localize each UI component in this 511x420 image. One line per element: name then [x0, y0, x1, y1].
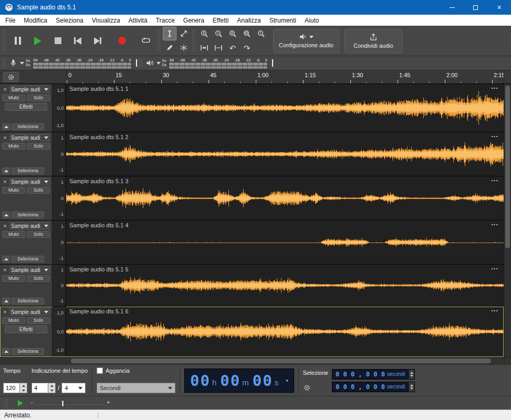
silence-audio-button[interactable] — [212, 41, 225, 55]
vertical-ruler[interactable]: 10-1 — [53, 265, 66, 306]
menu-genera[interactable]: Genera — [179, 15, 208, 26]
track-close-button[interactable]: × — [2, 223, 8, 229]
snap-unit-select[interactable]: Secondi — [97, 383, 175, 393]
mute-button[interactable]: Muto — [2, 187, 25, 194]
time-display[interactable]: 00h 00m 00s ▾ — [184, 369, 294, 393]
play-button[interactable] — [28, 31, 48, 51]
solo-button[interactable]: Solo — [27, 143, 50, 150]
horizontal-scrollbar-thumb[interactable] — [71, 359, 491, 363]
collapse-button[interactable] — [2, 298, 10, 304]
play-at-speed-button[interactable] — [14, 398, 27, 408]
solo-button[interactable]: Solo — [27, 275, 50, 282]
maximize-button[interactable] — [464, 0, 487, 15]
vertical-ruler[interactable]: 1,00,0-1,0 — [53, 84, 66, 132]
skip-to-start-button[interactable] — [68, 31, 88, 51]
collapse-button[interactable] — [2, 212, 10, 218]
toolbar-grabber[interactable] — [192, 30, 195, 52]
menu-strumenti[interactable]: Strumenti — [265, 15, 300, 26]
timesig-upper-spinner[interactable]: 4 — [32, 383, 56, 393]
redo-button[interactable]: ↷ — [240, 41, 254, 55]
waveform-canvas[interactable] — [66, 265, 504, 306]
toolbar-grabber[interactable] — [3, 59, 5, 67]
track-1[interactable]: ×Sample audiMutoSoloEffettiSeleziona1,00… — [0, 84, 504, 132]
caret-down-icon[interactable]: ▾ — [286, 378, 288, 383]
track-menu-button[interactable]: ... — [491, 176, 498, 183]
recording-meter[interactable]: SxDx -54-48-42-36-30-24-18-12-60 — [8, 57, 138, 69]
vertical-ruler[interactable]: 1,00,0-1,0 — [53, 307, 66, 356]
waveform-canvas[interactable] — [66, 220, 504, 264]
snap-checkbox[interactable] — [97, 368, 103, 374]
mute-button[interactable]: Muto — [2, 317, 25, 324]
share-audio-button[interactable]: Condividi audio — [345, 29, 402, 53]
menu-visualizza[interactable]: Visualizza — [88, 15, 124, 26]
minimize-button[interactable] — [440, 0, 464, 15]
zoom-in-button[interactable] — [197, 27, 211, 40]
track-close-button[interactable]: × — [2, 179, 8, 185]
slider-thumb[interactable] — [61, 400, 64, 407]
undo-button[interactable]: ↶ — [226, 41, 239, 55]
toolbar-grabber[interactable] — [3, 30, 5, 52]
waveform-area[interactable]: Sample audio dts 5.1 6... — [66, 307, 504, 356]
multi-tool-button[interactable] — [177, 41, 191, 55]
envelope-tool-button[interactable] — [177, 27, 191, 40]
toolbar-grabber[interactable] — [158, 30, 160, 52]
record-meter-body[interactable]: -54-48-42-36-30-24-18-12-60 — [32, 57, 132, 69]
track-close-button[interactable]: × — [2, 309, 8, 315]
selection-settings-gear-icon[interactable] — [303, 384, 311, 392]
collapse-button[interactable] — [2, 348, 10, 355]
waveform-area[interactable]: Sample audio dts 5.1 1... — [66, 84, 504, 132]
mute-button[interactable]: Muto — [2, 231, 25, 238]
track-menu-button[interactable]: ... — [491, 220, 498, 227]
track-name-button[interactable]: Sample audi — [9, 86, 50, 93]
track-5[interactable]: ×Sample audiMutoSoloSeleziona10-1Sample … — [0, 265, 504, 307]
timesig-lower-select[interactable]: 4 — [61, 383, 86, 393]
time-hours[interactable]: 00 — [190, 372, 211, 390]
zoom-toggle-button[interactable] — [254, 27, 268, 40]
menu-file[interactable]: File — [1, 15, 19, 26]
spinner-arrows[interactable] — [20, 383, 27, 393]
collapse-button[interactable] — [2, 167, 10, 174]
toolbar-grabber[interactable] — [139, 59, 142, 67]
track-close-button[interactable]: × — [2, 87, 8, 92]
track-menu-button[interactable]: ... — [491, 84, 498, 90]
playback-meter[interactable]: SxDx -54-48-42-36-30-24-18-12-60 — [144, 57, 274, 69]
timeline-ruler[interactable]: 01530451:001:151:301:452:002:15 — [67, 70, 504, 83]
waveform-canvas[interactable] — [66, 132, 504, 176]
select-button[interactable]: Seleziona — [12, 212, 44, 218]
effects-button[interactable]: Effetti — [5, 326, 47, 333]
waveform-canvas[interactable] — [66, 84, 504, 132]
spinner-arrows[interactable] — [48, 383, 56, 393]
menu-tracce[interactable]: Tracce — [152, 15, 179, 26]
skip-to-end-button[interactable] — [88, 31, 108, 51]
collapse-button[interactable] — [2, 123, 10, 130]
track-close-button[interactable]: × — [2, 135, 8, 141]
menu-seleziona[interactable]: Seleziona — [51, 15, 88, 26]
select-button[interactable]: Seleziona — [12, 348, 44, 355]
solo-button[interactable]: Solo — [27, 231, 50, 238]
track-menu-button[interactable]: ... — [491, 265, 498, 271]
select-button[interactable]: Seleziona — [12, 123, 44, 130]
mute-button[interactable]: Muto — [2, 143, 25, 150]
zoom-out-button[interactable] — [212, 27, 225, 40]
vertical-ruler[interactable]: 10-1 — [53, 176, 66, 220]
menu-effetti[interactable]: Effetti — [208, 15, 233, 26]
select-button[interactable]: Seleziona — [12, 167, 44, 174]
time-seconds[interactable]: 00 — [253, 372, 273, 390]
microphone-icon[interactable] — [8, 59, 18, 67]
solo-button[interactable]: Solo — [27, 317, 50, 324]
waveform-area[interactable]: Sample audio dts 5.1 3... — [66, 176, 504, 220]
solo-button[interactable]: Solo — [27, 187, 50, 194]
menu-attività[interactable]: Attività — [124, 15, 152, 26]
spinner-arrows[interactable] — [408, 382, 414, 392]
loop-button[interactable] — [136, 31, 156, 51]
track-3[interactable]: ×Sample audiMutoSoloSeleziona10-1Sample … — [0, 176, 504, 220]
fit-selection-button[interactable] — [226, 27, 239, 40]
timeline-settings-button[interactable] — [3, 72, 19, 82]
effects-button[interactable]: Effetti — [5, 103, 47, 111]
spinner-arrows[interactable] — [408, 370, 414, 379]
track-6[interactable]: ×Sample audiMutoSoloEffettiSeleziona1,00… — [0, 307, 504, 357]
select-button[interactable]: Seleziona — [12, 298, 44, 304]
playback-meter-body[interactable]: -54-48-42-36-30-24-18-12-60 — [168, 57, 268, 69]
selection-start-field[interactable]: 0 0 0 , 0 0 0 secondi — [332, 369, 415, 380]
track-menu-button[interactable]: ... — [491, 307, 498, 313]
